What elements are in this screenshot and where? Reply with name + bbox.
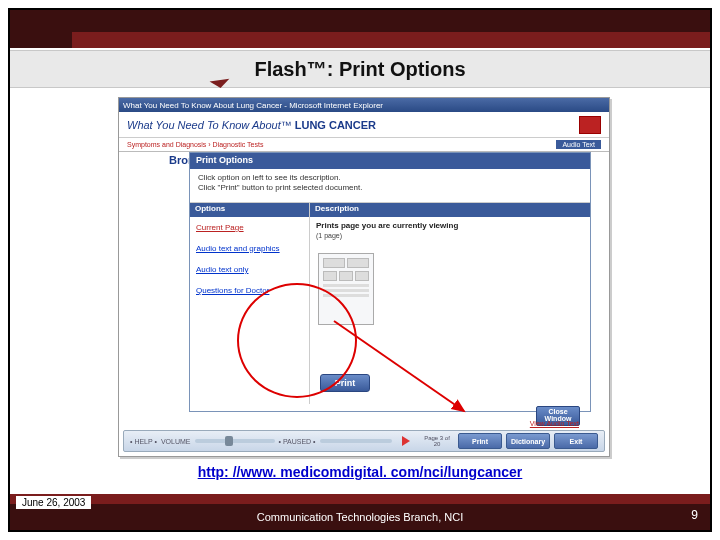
breadcrumb[interactable]: Symptoms and Diagnosis › Diagnostic Test…: [127, 141, 263, 148]
window-title: What You Need To Know About Lung Cancer …: [123, 101, 383, 110]
app-heading: What You Need To Know About™ LUNG CANCER: [127, 119, 376, 131]
option-audio-text-graphics[interactable]: Audio text and graphics: [190, 238, 309, 259]
seek-slider[interactable]: [320, 439, 392, 443]
source-url[interactable]: http: //www. medicomdigital. com/nci/lun…: [10, 464, 710, 480]
print-button[interactable]: Print: [320, 374, 370, 392]
app-header: What You Need To Know About™ LUNG CANCER: [119, 112, 609, 138]
help-link[interactable]: • HELP •: [130, 438, 157, 445]
page-count: (1 page): [310, 230, 590, 247]
volume-label: VOLUME: [161, 438, 191, 445]
slide-footer: June 26, 2003 Communication Technologies…: [10, 494, 710, 530]
options-header: Options: [190, 203, 309, 217]
app-screenshot: What You Need To Know About Lung Cancer …: [118, 97, 610, 457]
toolbar-exit-button[interactable]: Exit: [554, 433, 598, 449]
paused-label: • PAUSED •: [279, 438, 316, 445]
description-column: Description Prints page you are currentl…: [310, 203, 590, 404]
option-current-page[interactable]: Current Page: [190, 217, 309, 238]
volume-slider[interactable]: [195, 439, 275, 443]
description-text: Prints page you are currently viewing: [310, 217, 590, 230]
description-header: Description: [310, 203, 590, 217]
chevron-decor: [210, 79, 231, 90]
toolbar-dictionary-button[interactable]: Dictionary: [506, 433, 550, 449]
toolbar-print-button[interactable]: Print: [458, 433, 502, 449]
slide-title: Flash™: Print Options: [254, 58, 465, 81]
print-preview-thumb: [318, 253, 374, 325]
window-titlebar: What You Need To Know About Lung Cancer …: [119, 98, 609, 112]
modal-instructions: Click option on left to see its descript…: [190, 169, 590, 202]
breadcrumb-bar: Symptoms and Diagnosis › Diagnostic Test…: [119, 138, 609, 152]
footer-date: June 26, 2003: [16, 496, 91, 509]
modal-title: Print Options: [190, 153, 590, 169]
page-number: 9: [691, 508, 698, 522]
player-toolbar: • HELP • VOLUME • PAUSED • Page 3 of 20 …: [123, 430, 605, 452]
footer-branch: Communication Technologies Branch, NCI: [10, 511, 710, 523]
option-questions-doctor[interactable]: Questions for Doctor: [190, 280, 309, 301]
audio-text-button[interactable]: Audio Text: [556, 140, 601, 149]
view-audio-text-link[interactable]: View Audio Text: [530, 420, 579, 427]
options-column: Options Current Page Audio text and grap…: [190, 203, 310, 404]
page-indicator: Page 3 of 20: [420, 435, 454, 447]
option-audio-text-only[interactable]: Audio text only: [190, 259, 309, 280]
slide-top-decor: [10, 10, 710, 48]
print-options-modal: Print Options Click option on left to se…: [189, 152, 591, 412]
title-band: Flash™: Print Options: [10, 50, 710, 88]
play-icon[interactable]: [402, 436, 410, 446]
slide-frame: Flash™: Print Options What You Need To K…: [8, 8, 712, 532]
nci-logo: [579, 116, 601, 134]
